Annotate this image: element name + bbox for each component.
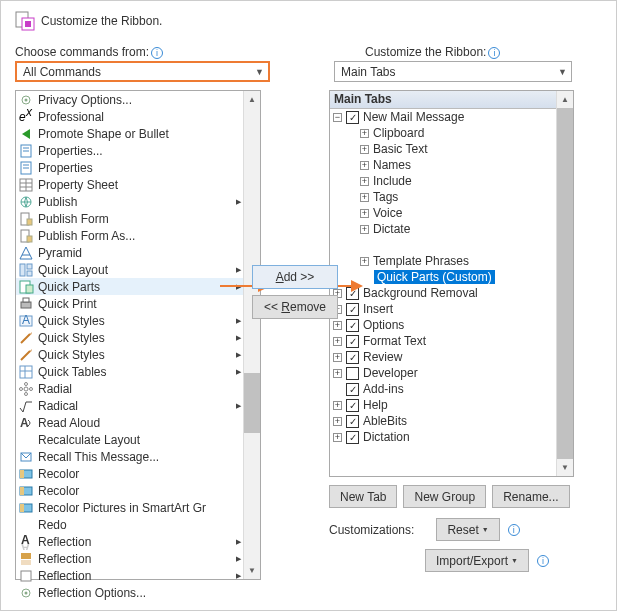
- expander-icon[interactable]: +: [333, 321, 342, 330]
- command-item[interactable]: Publish Form: [16, 210, 243, 227]
- tree-node-label[interactable]: Template Phrases: [373, 254, 469, 268]
- checkbox[interactable]: ✓: [346, 287, 359, 300]
- command-item[interactable]: Properties...: [16, 142, 243, 159]
- checkbox[interactable]: ✓: [346, 335, 359, 348]
- command-item[interactable]: Quick Print: [16, 295, 243, 312]
- command-item[interactable]: Quick Tables▶: [16, 363, 243, 380]
- expander-icon[interactable]: +: [360, 225, 369, 234]
- command-item[interactable]: Reflection Options...: [16, 584, 243, 601]
- command-item[interactable]: Quick Styles▶: [16, 346, 243, 363]
- command-item[interactable]: Redo: [16, 516, 243, 533]
- checkbox[interactable]: [346, 367, 359, 380]
- expander-icon[interactable]: +: [360, 161, 369, 170]
- tree-node-label[interactable]: Review: [363, 350, 402, 364]
- command-item[interactable]: Promote Shape or Bullet: [16, 125, 243, 142]
- tree-node-label[interactable]: Add-ins: [363, 382, 404, 396]
- scroll-up-button[interactable]: ▲: [244, 91, 260, 108]
- commands-listbox[interactable]: Privacy Options...exProfessionalPromote …: [15, 90, 261, 580]
- expander-icon[interactable]: +: [360, 257, 369, 266]
- command-item[interactable]: Pyramid: [16, 244, 243, 261]
- scrollbar[interactable]: ▲ ▼: [556, 91, 573, 476]
- tree-node-label[interactable]: Basic Text: [373, 142, 427, 156]
- command-item[interactable]: Recolor: [16, 465, 243, 482]
- info-icon[interactable]: i: [151, 47, 163, 59]
- checkbox[interactable]: ✓: [346, 351, 359, 364]
- customize-ribbon-dropdown[interactable]: Main Tabs ▼: [334, 61, 572, 82]
- scroll-thumb[interactable]: [557, 108, 573, 459]
- command-item[interactable]: Publish▶: [16, 193, 243, 210]
- expander-icon[interactable]: +: [333, 433, 342, 442]
- checkbox[interactable]: ✓: [346, 415, 359, 428]
- tree-node-label[interactable]: Clipboard: [373, 126, 424, 140]
- expander-icon[interactable]: +: [360, 145, 369, 154]
- tree-node-label[interactable]: Dictate: [373, 222, 410, 236]
- info-icon[interactable]: i: [488, 47, 500, 59]
- expander-icon[interactable]: +: [360, 129, 369, 138]
- expander-icon[interactable]: −: [333, 113, 342, 122]
- command-item[interactable]: Properties: [16, 159, 243, 176]
- expander-icon[interactable]: +: [333, 417, 342, 426]
- tree-node-label[interactable]: AbleBits: [363, 414, 407, 428]
- expander-icon[interactable]: +: [333, 369, 342, 378]
- tree-node-label[interactable]: Format Text: [363, 334, 426, 348]
- expander-icon[interactable]: +: [333, 353, 342, 362]
- tree-node-selected[interactable]: Quick Parts (Custom): [374, 270, 495, 284]
- tree-node-label[interactable]: Developer: [363, 366, 418, 380]
- checkbox[interactable]: ✓: [346, 319, 359, 332]
- tree-node-label[interactable]: Options: [363, 318, 404, 332]
- rename-button[interactable]: Rename...: [492, 485, 569, 508]
- add-button[interactable]: Add >>: [252, 265, 338, 289]
- command-item[interactable]: exProfessional: [16, 108, 243, 125]
- command-item[interactable]: Quick Parts▶: [16, 278, 243, 295]
- command-item[interactable]: Quick Styles▶: [16, 329, 243, 346]
- tree-node-label[interactable]: Tags: [373, 190, 398, 204]
- command-item[interactable]: Reflection▶: [16, 567, 243, 584]
- command-item[interactable]: AQuick Styles▶: [16, 312, 243, 329]
- command-item[interactable]: Reflection▶: [16, 550, 243, 567]
- checkbox[interactable]: ✓: [346, 303, 359, 316]
- command-item[interactable]: Quick Layout▶: [16, 261, 243, 278]
- tree-node-label[interactable]: Voice: [373, 206, 402, 220]
- scroll-down-button[interactable]: ▼: [244, 562, 260, 579]
- expander-icon[interactable]: +: [360, 193, 369, 202]
- tree-node-label[interactable]: Names: [373, 158, 411, 172]
- command-item[interactable]: Recolor Pictures in SmartArt Gr: [16, 499, 243, 516]
- tree-node-label[interactable]: New Mail Message: [363, 110, 464, 124]
- checkbox[interactable]: ✓: [346, 111, 359, 124]
- expander-icon[interactable]: +: [333, 401, 342, 410]
- scroll-down-button[interactable]: ▼: [557, 459, 573, 476]
- new-group-button[interactable]: New Group: [403, 485, 486, 508]
- tree-node-label[interactable]: Dictation: [363, 430, 410, 444]
- import-export-dropdown-button[interactable]: Import/Export▼: [425, 549, 529, 572]
- command-item[interactable]: Property Sheet: [16, 176, 243, 193]
- command-item[interactable]: Recolor: [16, 482, 243, 499]
- command-item[interactable]: AAReflection▶: [16, 533, 243, 550]
- new-tab-button[interactable]: New Tab: [329, 485, 397, 508]
- tree-node-label[interactable]: Include: [373, 174, 412, 188]
- command-item[interactable]: Radical▶: [16, 397, 243, 414]
- info-icon[interactable]: i: [508, 524, 520, 536]
- choose-commands-dropdown[interactable]: All Commands ▼: [15, 61, 270, 82]
- scroll-thumb[interactable]: [244, 373, 260, 433]
- reset-dropdown-button[interactable]: Reset▼: [436, 518, 499, 541]
- remove-button[interactable]: << Remove: [252, 295, 338, 319]
- command-item[interactable]: Privacy Options...: [16, 91, 243, 108]
- tree-node-label[interactable]: Background Removal: [363, 286, 478, 300]
- expander-icon[interactable]: +: [333, 337, 342, 346]
- ribbon-tree[interactable]: Main Tabs−✓New Mail Message+Clipboard+Ba…: [329, 90, 574, 477]
- tree-node-label[interactable]: Insert: [363, 302, 393, 316]
- scroll-up-button[interactable]: ▲: [557, 91, 573, 108]
- checkbox[interactable]: ✓: [346, 399, 359, 412]
- tree-node-label[interactable]: Help: [363, 398, 388, 412]
- info-icon[interactable]: i: [537, 555, 549, 567]
- scrollbar[interactable]: ▲ ▼: [243, 91, 260, 579]
- checkbox[interactable]: ✓: [346, 383, 359, 396]
- checkbox[interactable]: ✓: [346, 431, 359, 444]
- command-item[interactable]: Radial: [16, 380, 243, 397]
- command-item[interactable]: ARead Aloud: [16, 414, 243, 431]
- expander-icon[interactable]: +: [360, 177, 369, 186]
- command-item[interactable]: Recalculate Layout: [16, 431, 243, 448]
- command-item[interactable]: Publish Form As...: [16, 227, 243, 244]
- expander-icon[interactable]: +: [360, 209, 369, 218]
- command-item[interactable]: Recall This Message...: [16, 448, 243, 465]
